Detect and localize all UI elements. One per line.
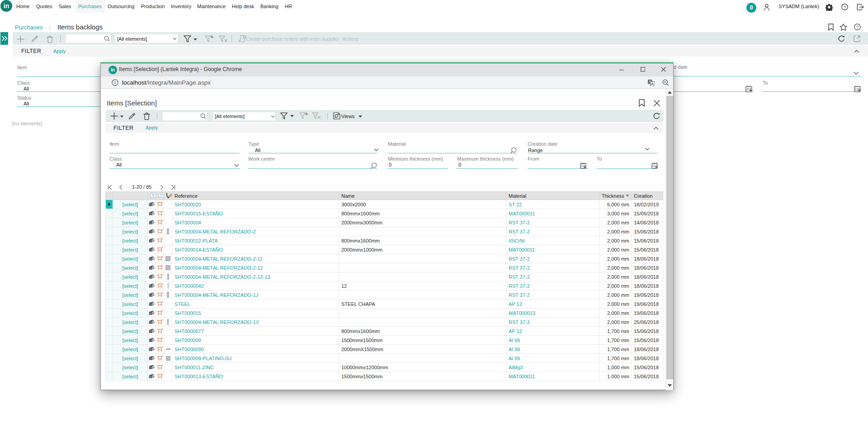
svg-text:?: ? bbox=[152, 193, 154, 197]
svg-text:?: ? bbox=[856, 24, 859, 29]
svg-text:?: ? bbox=[844, 5, 846, 10]
svg-text:?: ? bbox=[160, 193, 162, 197]
